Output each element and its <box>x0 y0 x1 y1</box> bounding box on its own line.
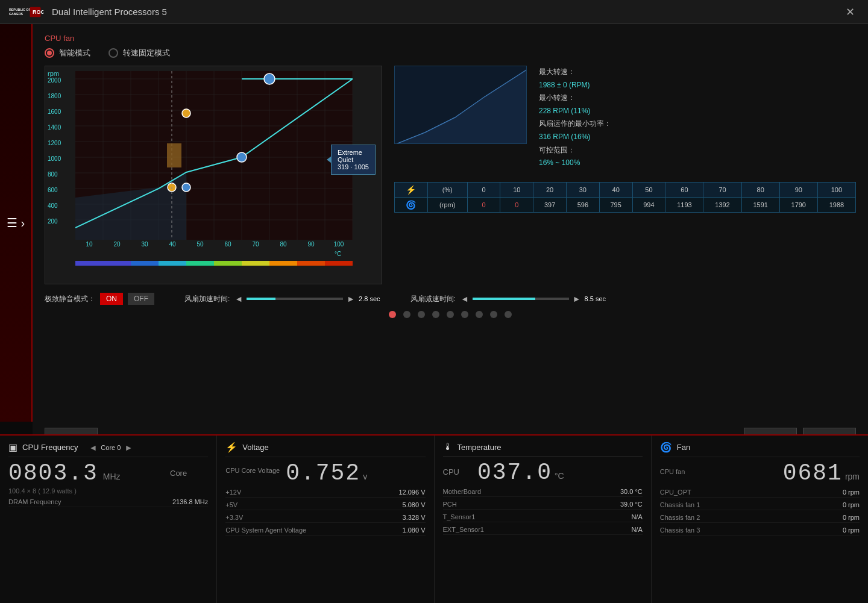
fan-rpm-val-50[interactable]: 994 <box>632 197 665 212</box>
fan-rpm-val-80[interactable]: 1591 <box>741 197 779 212</box>
fan-pct-20[interactable]: 20 <box>533 182 567 197</box>
fan-pct-0[interactable]: 0 <box>467 182 500 197</box>
quiet-mode-group: 极致静音模式： ON OFF <box>45 293 154 305</box>
accel-slider-right-button[interactable]: ► <box>347 294 355 304</box>
fan-rpm-val-30[interactable]: 596 <box>566 197 599 212</box>
decel-time-value: 8.5 sec <box>585 295 606 302</box>
accel-time-value: 2.8 sec <box>359 295 380 302</box>
motherboard-temp-label: MotherBoard <box>443 488 482 495</box>
fan-rpm-val-90[interactable]: 1790 <box>779 197 817 212</box>
fan-pct-10[interactable]: 10 <box>500 182 533 197</box>
decel-slider-fill <box>473 298 535 300</box>
decel-slider-track[interactable] <box>473 298 569 300</box>
page-dot-7[interactable] <box>476 311 483 318</box>
svg-rect-28 <box>167 143 181 167</box>
page-dot-8[interactable] <box>490 311 497 318</box>
chassis-fan2-label: Chassis fan 2 <box>660 514 700 521</box>
accel-slider-left-button[interactable]: ◄ <box>234 294 243 304</box>
decel-slider-right-button[interactable]: ► <box>573 294 581 304</box>
intelligent-mode-radio-fill <box>47 51 52 55</box>
fan-pct-30[interactable]: 30 <box>566 182 599 197</box>
voltage-panel: ⚡ Voltage CPU Core Voltage 0.752 v +12V … <box>217 436 434 603</box>
cpu-fan-rpm-value-wrap: 0681 rpm <box>783 462 860 485</box>
intelligent-mode-radio[interactable] <box>45 48 54 58</box>
fan-panel-label: Fan <box>677 443 690 452</box>
titlebar: REPUBLIC OF GAMERS ROG Dual Intelligent … <box>0 0 868 24</box>
cpu-core-voltage-unit: v <box>363 472 367 481</box>
control-point-5 <box>182 183 190 192</box>
fan-pct-70[interactable]: 70 <box>703 182 741 197</box>
max-rpm-label: 最大转速： <box>539 66 611 79</box>
tsensor1-temp-value: N/A <box>631 513 642 520</box>
right-panel: 最大转速： 1988 ± 0 (RPM) 最小转速： 228 RPM (11%)… <box>394 66 856 284</box>
fan-pct-60[interactable]: 60 <box>665 182 703 197</box>
cpu-frequency-sub: 100.4 × 8 ( 12.9 watts ) <box>8 487 208 495</box>
control-point-2 <box>237 152 247 162</box>
page-dot-6[interactable] <box>461 311 468 318</box>
accel-slider-track[interactable] <box>247 298 343 300</box>
control-point-3 <box>264 73 275 84</box>
accel-slider-container: ◄ ► 2.8 sec <box>234 294 380 304</box>
cpu-frequency-value: 0803.3 <box>8 462 98 485</box>
fan-pct-90[interactable]: 90 <box>779 182 817 197</box>
quiet-mode-off-button[interactable]: OFF <box>128 293 154 305</box>
voltage-header: ⚡ Voltage <box>225 442 425 457</box>
sidebar-menu-icon[interactable]: ☰ › <box>7 216 25 230</box>
quiet-mode-label: 极致静音模式： <box>45 294 95 304</box>
fixed-speed-mode-option[interactable]: 转速固定模式 <box>108 48 170 58</box>
page-dot-3[interactable] <box>418 311 425 318</box>
cpu-frequency-header: ▣ CPU Frequency ◄ Core 0 ► <box>8 442 208 457</box>
cpu-opt-fan-value: 0 rpm <box>843 489 860 496</box>
fan-rpm-val-60[interactable]: 1193 <box>665 197 703 212</box>
chassis-fan1-row: Chassis fan 1 0 rpm <box>660 500 860 510</box>
fan-pct-100[interactable]: 100 <box>817 182 855 197</box>
fan-pct-80[interactable]: 80 <box>741 182 779 197</box>
fan-rpm-val-40[interactable]: 795 <box>599 197 632 212</box>
range-value: 16% ~ 100% <box>539 157 611 170</box>
cpu-frequency-icon: ▣ <box>8 442 17 453</box>
page-dot-2[interactable] <box>403 311 410 318</box>
cpu-frequency-panel: ▣ CPU Frequency ◄ Core 0 ► 0803.3 MHz 10… <box>0 436 217 603</box>
core-prev-button[interactable]: ◄ <box>87 443 98 452</box>
sidebar-strip: ☰ › <box>0 24 33 422</box>
page-dot-4[interactable] <box>432 311 439 318</box>
voltage-12v-row: +12V 12.096 V <box>225 487 425 498</box>
core-next-button[interactable]: ► <box>123 443 134 452</box>
fan-rpm-val-70[interactable]: 1392 <box>703 197 741 212</box>
max-rpm-value: 1988 ± 0 (RPM) <box>539 79 611 92</box>
page-dot-1[interactable] <box>389 311 396 318</box>
cpu-frequency-unit: MHz <box>103 472 121 481</box>
dram-frequency-label: DRAM Frequency <box>8 498 61 505</box>
voltage-5v-label: +5V <box>225 501 237 508</box>
page-dot-5[interactable] <box>447 311 454 318</box>
temperature-panel-label: Temperature <box>458 443 502 452</box>
tooltip-arrow <box>327 156 332 163</box>
intelligent-mode-option[interactable]: 智能模式 <box>45 48 90 58</box>
voltage-33v-row: +3.3V 3.328 V <box>225 513 425 523</box>
chassis-fan3-value: 0 rpm <box>843 526 860 534</box>
chassis-fan2-value: 0 rpm <box>843 514 860 521</box>
fan-rpm-val-100[interactable]: 1988 <box>817 197 855 212</box>
temperature-header: 🌡 Temperature <box>443 442 643 457</box>
page-dot-9[interactable] <box>505 311 512 318</box>
accel-slider-fill <box>247 298 275 300</box>
fixed-speed-mode-radio[interactable] <box>108 48 118 58</box>
chassis-fan1-value: 0 rpm <box>843 501 860 508</box>
min-power-label: 风扇运作的最小功率： <box>539 117 611 131</box>
fan-chart-container: rpm 2000 1800 1600 1400 1200 1000 800 60… <box>45 66 382 284</box>
cpu-core-voltage-value-wrap: 0.752 v <box>286 462 367 485</box>
quiet-mode-on-button[interactable]: ON <box>100 293 123 305</box>
chassis-fan2-row: Chassis fan 2 0 rpm <box>660 513 860 523</box>
fan-pct-40[interactable]: 40 <box>599 182 632 197</box>
mode-row: 智能模式 转速固定模式 <box>45 48 856 58</box>
close-button[interactable]: ✕ <box>840 3 861 21</box>
monitor-bar: ▣ CPU Frequency ◄ Core 0 ► 0803.3 MHz 10… <box>0 434 868 603</box>
fan-rpm-val-10[interactable]: 0 <box>500 197 533 212</box>
decel-slider-left-button[interactable]: ◄ <box>461 294 469 304</box>
chart-y-axis-label: rpm <box>48 70 59 77</box>
fan-rpm-val-20[interactable]: 397 <box>533 197 567 212</box>
cpu-temp-label: CPU <box>443 467 459 476</box>
fan-rpm-val-0[interactable]: 0 <box>467 197 500 212</box>
fan-curve-chart[interactable] <box>75 71 353 240</box>
fan-pct-50[interactable]: 50 <box>632 182 665 197</box>
